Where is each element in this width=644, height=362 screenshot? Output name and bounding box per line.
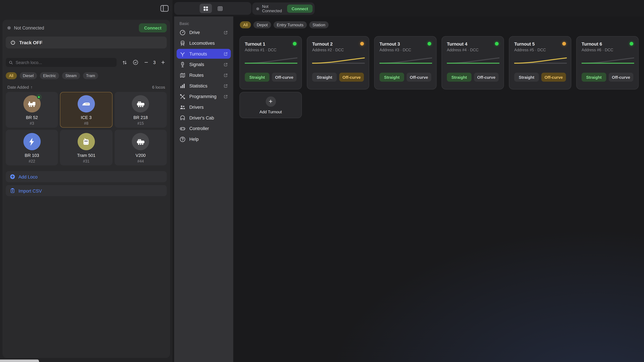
- loco-filter-chip-steam[interactable]: Steam: [62, 72, 80, 79]
- turnout-card-turnout-2: Turnout 2 Address #2 · DCC Straight Off-…: [307, 36, 369, 89]
- statistics-icon: [180, 83, 186, 89]
- loco-tile-br-52[interactable]: BR 52 #3: [6, 92, 58, 128]
- straight-button[interactable]: Straight: [447, 72, 472, 82]
- turnout-grid: Turnout 1 Address #1 · DCC Straight Off-…: [240, 36, 639, 89]
- power-icon: [10, 40, 16, 45]
- topbar-connection: Not Connected Connect: [252, 2, 314, 15]
- straight-button[interactable]: Straight: [312, 72, 337, 82]
- gauge-icon: [180, 29, 186, 35]
- straight-button[interactable]: Straight: [582, 72, 606, 82]
- add-loco-button[interactable]: Add Loco: [6, 171, 167, 182]
- check-circle-icon: [132, 59, 138, 65]
- loco-filter-chip-all[interactable]: All: [6, 72, 16, 79]
- status-filter-button[interactable]: [132, 58, 139, 66]
- nav-item-controller[interactable]: Controller: [176, 123, 231, 133]
- off-curve-button[interactable]: Off-curve: [541, 72, 566, 82]
- controller-icon: [180, 125, 186, 132]
- nav-item-turnouts[interactable]: Turnouts: [176, 49, 231, 59]
- add-loco-label: Add Loco: [18, 174, 38, 179]
- turnout-filter-chip-depot[interactable]: Depot: [254, 21, 271, 28]
- loco-tile-ice-3[interactable]: ICE 3 #8: [60, 92, 112, 128]
- sidebar-panel-icon: [160, 4, 169, 12]
- loco-name: BR 52: [26, 115, 38, 120]
- straight-button[interactable]: Straight: [514, 72, 539, 82]
- nav-list: Drive Locomotives Turnouts Signals Route…: [176, 27, 231, 144]
- loco-filter-chips: AllDieselElectricSteamTram: [6, 72, 167, 79]
- search-row: 3: [6, 58, 167, 67]
- nav-item-programming[interactable]: Programming: [176, 91, 231, 101]
- turnout-filter-chip-all[interactable]: All: [240, 21, 251, 28]
- search-input[interactable]: [16, 60, 114, 65]
- drivers-icon: [180, 104, 186, 110]
- off-curve-button[interactable]: Off-curve: [272, 72, 296, 82]
- loco-tile-br-218[interactable]: BR 218 #15: [114, 92, 167, 128]
- loco-number: #31: [83, 159, 90, 163]
- nav-item-drivers[interactable]: Drivers: [176, 102, 231, 112]
- sort-label[interactable]: Date Added: [8, 85, 29, 89]
- nav-item-routes[interactable]: Routes: [176, 70, 231, 80]
- plus-circle-icon: [10, 174, 15, 179]
- turnout-status-dot: [428, 42, 431, 45]
- turnout-address: Address #2 · DCC: [312, 48, 364, 52]
- grid-view-button[interactable]: [200, 4, 212, 13]
- connection-status-label: Not Connected: [14, 25, 44, 30]
- nav-item-help[interactable]: Help: [176, 134, 231, 144]
- sort-row: Date Added ↑ 6 locos: [6, 84, 167, 90]
- turnout-filter-chip-station[interactable]: Station: [309, 21, 328, 28]
- nav-item-signals[interactable]: Signals: [176, 59, 231, 69]
- loco-name: BR 103: [25, 153, 39, 158]
- locomotive-icon: [180, 40, 186, 46]
- turnout-card-turnout-4: Turnout 4 Address #4 · DCC Straight Off-…: [442, 36, 504, 89]
- decrease-columns-button[interactable]: [142, 58, 150, 66]
- increase-columns-button[interactable]: [159, 58, 167, 66]
- off-curve-button[interactable]: Off-curve: [406, 72, 431, 82]
- nav-item-label: Controller: [189, 126, 209, 131]
- search-field: [6, 58, 116, 67]
- turnout-status-dot: [293, 42, 296, 45]
- off-curve-button[interactable]: Off-curve: [339, 72, 364, 82]
- loco-list-controls: 3: [121, 58, 167, 66]
- loco-tile-v200[interactable]: V200 #44: [114, 130, 167, 165]
- turnout-card-turnout-5: Turnout 5 Address #5 · DCC Straight Off-…: [509, 36, 571, 89]
- table-view-button[interactable]: [214, 4, 226, 13]
- turnout-diagram: [514, 57, 567, 65]
- turnout-address: Address #3 · DCC: [380, 48, 431, 52]
- loco-filter-chip-electric[interactable]: Electric: [40, 72, 59, 79]
- turnout-title: Turnout 2: [312, 41, 364, 46]
- sort-order-button[interactable]: [121, 58, 129, 66]
- horizontal-scrollbar[interactable]: [0, 360, 39, 362]
- loco-name: ICE 3: [81, 115, 92, 120]
- straight-button[interactable]: Straight: [245, 72, 270, 82]
- turnout-buttons: Straight Off-curve: [447, 72, 498, 82]
- loco-tile-tram-501[interactable]: Tram 501 #31: [60, 130, 112, 165]
- nav-item-drive[interactable]: Drive: [176, 27, 231, 37]
- nav-item-statistics[interactable]: Statistics: [176, 81, 231, 91]
- off-curve-button[interactable]: Off-curve: [474, 72, 498, 82]
- nav-item-locomotives[interactable]: Locomotives: [176, 38, 231, 48]
- loco-tile-br-103[interactable]: BR 103 #22: [6, 130, 58, 165]
- loco-filter-chip-tram[interactable]: Tram: [83, 72, 98, 79]
- programming-icon: [180, 93, 186, 99]
- turnout-status-dot: [360, 42, 364, 45]
- loco-name: Tram 501: [77, 153, 96, 158]
- columns-count: 3: [153, 60, 156, 65]
- routes-icon: [180, 72, 186, 78]
- turnout-filter-chip-entry-turnouts[interactable]: Entry Turnouts: [274, 21, 307, 28]
- import-csv-button[interactable]: Import CSV: [6, 185, 167, 196]
- sidebar-toggle-button[interactable]: [160, 4, 169, 12]
- track-power-button[interactable]: Track OFF: [6, 36, 167, 48]
- connect-button[interactable]: Connect: [139, 23, 167, 32]
- connection-status-dot: [8, 26, 11, 30]
- turnouts-page: AllDepotEntry TurnoutsStation Turnout 1 …: [233, 16, 644, 362]
- help-icon: [180, 136, 186, 142]
- nav-item-label: Turnouts: [189, 51, 207, 56]
- nav-item-label: Signals: [189, 62, 204, 67]
- loco-filter-chip-diesel[interactable]: Diesel: [20, 72, 37, 79]
- add-turnout-button[interactable]: Add Turnout: [240, 92, 302, 118]
- straight-button[interactable]: Straight: [380, 72, 404, 82]
- connect-button[interactable]: Connect: [287, 4, 312, 13]
- turnout-address: Address #5 · DCC: [514, 48, 566, 52]
- nav-item-driver-s-cab[interactable]: Driver's Cab: [176, 113, 231, 123]
- off-curve-button[interactable]: Off-curve: [608, 72, 633, 82]
- turnout-diagram: [380, 57, 432, 65]
